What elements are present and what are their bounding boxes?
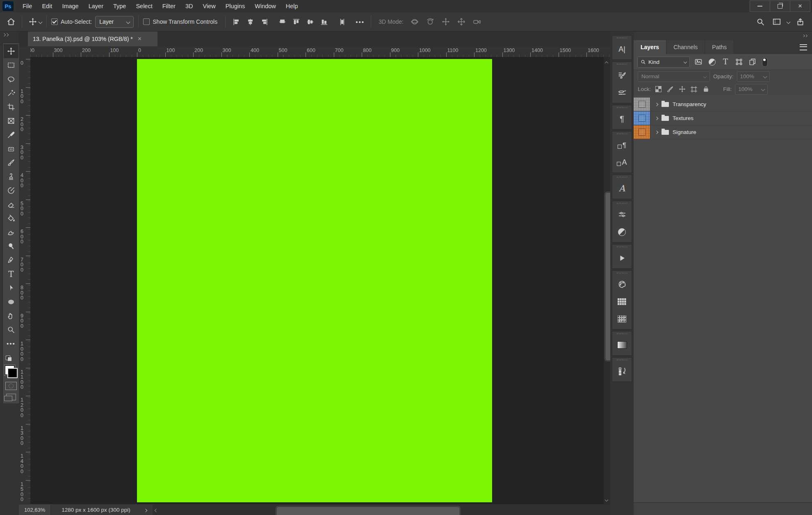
3d-roll-icon[interactable] [424,16,436,28]
path-select-tool[interactable] [4,281,18,295]
brush-settings-panel-button[interactable] [612,67,632,84]
restore-button[interactable] [770,0,790,12]
close-button[interactable]: × [790,0,810,12]
status-popup-chevron-icon[interactable] [144,507,147,513]
lock-image-pixels-button[interactable] [666,86,674,93]
auto-select-checkbox[interactable] [51,18,58,25]
move-tool-preset-icon[interactable] [27,16,39,28]
visibility-toggle[interactable] [639,129,645,136]
eraser-tool[interactable] [4,197,18,211]
menu-file[interactable]: File [18,3,37,9]
distribute-top-button[interactable] [290,16,302,28]
vertical-scrollbar[interactable] [604,57,610,504]
gradients-panel-button[interactable] [612,336,632,354]
filter-kind-dropdown[interactable]: Kind [637,57,690,68]
tool-preset-chevron-icon[interactable] [39,20,43,24]
background-color-swatch[interactable] [7,368,18,378]
filter-shape-button[interactable] [734,58,744,66]
zoom-level-field[interactable]: 102,63% [19,504,51,515]
more-options-button[interactable]: ••• [354,16,366,28]
marquee-tool[interactable] [4,58,18,72]
actions-panel-button[interactable] [612,250,632,267]
auto-select-target-dropdown[interactable]: Layer [95,16,134,28]
crop-tool[interactable] [4,100,18,114]
panel-menu-icon[interactable] [800,44,807,50]
lock-artboard-button[interactable] [690,86,698,93]
workspace-chevron-icon[interactable] [787,20,791,24]
menu-layer[interactable]: Layer [84,3,108,9]
history-panel-button[interactable] [612,363,632,380]
visibility-toggle[interactable] [639,101,645,108]
swatches-panel-button[interactable] [612,293,632,310]
lock-position-button[interactable] [678,86,686,93]
swap-colors-icon[interactable] [6,355,16,361]
show-transform-checkbox[interactable] [143,18,150,25]
menu-help[interactable]: Help [281,3,303,9]
filter-type-button[interactable]: T [721,58,730,66]
menu-image[interactable]: Image [57,3,83,9]
layer-row-0[interactable]: Transparency [634,98,812,111]
menu-plugins[interactable]: Plugins [221,3,250,9]
brushes-panel-button[interactable] [612,84,632,101]
paragraph-styles-panel-button[interactable]: A [612,180,632,197]
tab-paths[interactable]: Paths [705,40,734,54]
move-tool[interactable] [4,44,18,58]
3d-slide-icon[interactable] [455,16,468,28]
3d-camera-icon[interactable] [471,16,483,28]
more-tools-tool[interactable]: ••• [4,337,18,351]
horizontal-scrollbar[interactable] [153,504,610,515]
3d-pan-icon[interactable] [440,16,452,28]
menu-3d[interactable]: 3D [180,3,198,9]
menu-type[interactable]: Type [108,3,131,9]
hand-tool[interactable] [4,309,18,323]
smudge-tool[interactable] [4,225,18,239]
document-tab[interactable]: 13. Panelka (3).psd @ 103% (RGB/8) * × [28,31,157,46]
properties-panel-button[interactable] [612,206,632,223]
paint-bucket-tool[interactable] [4,211,18,225]
dodge-tool[interactable] [4,239,18,253]
distribute-bottom-button[interactable] [318,16,330,28]
align-center-v-button[interactable] [276,16,288,28]
scroll-down-icon[interactable] [605,496,608,502]
glyphs-panel-button[interactable]: ¶ [612,136,632,154]
expand-chevron-icon[interactable] [655,116,658,120]
opacity-field[interactable]: 100% [737,71,770,82]
color-swatches[interactable] [5,365,18,378]
tab-channels[interactable]: Channels [666,40,705,54]
color-panel-button[interactable] [612,276,632,293]
distribute-middle-button[interactable] [304,16,316,28]
home-button[interactable] [5,16,17,28]
filter-adjustment-button[interactable] [707,59,716,66]
workspace-icon[interactable] [771,16,783,28]
shape-tool[interactable] [4,295,18,309]
panel-collapse-button[interactable] [634,31,812,40]
paragraph-panel-button[interactable]: ¶ [612,110,632,127]
type-tool[interactable]: T [4,267,18,281]
minimize-button[interactable] [750,0,770,12]
history-brush-tool[interactable] [4,184,18,197]
character-panel-button[interactable]: A| [612,41,632,58]
filter-smart-object-button[interactable] [748,58,757,66]
frame-tool[interactable] [4,114,18,128]
distribute-center-button[interactable] [336,16,348,28]
document-tab-close-icon[interactable]: × [138,35,141,43]
share-icon[interactable] [794,16,806,28]
scroll-up-icon[interactable] [605,59,608,66]
menu-window[interactable]: Window [250,3,281,9]
expand-chevron-icon[interactable] [655,102,658,106]
horizontal-scrollbar-thumb[interactable] [276,506,460,515]
patterns-panel-button[interactable] [612,310,632,327]
align-left-button[interactable] [230,16,242,28]
lock-transparent-pixels-button[interactable] [654,86,662,92]
zoom-tool[interactable] [4,323,18,337]
lock-all-button[interactable] [702,86,710,93]
healing-brush-tool[interactable] [4,142,18,156]
brush-tool[interactable] [4,156,18,170]
magic-wand-tool[interactable] [4,86,18,100]
align-center-h-button[interactable] [244,16,256,28]
align-right-button[interactable] [258,16,270,28]
scroll-left-icon[interactable] [155,507,157,513]
screen-mode-button[interactable] [6,394,16,400]
3d-orbit-icon[interactable] [408,16,421,28]
filter-toggle-switch[interactable] [762,57,768,67]
